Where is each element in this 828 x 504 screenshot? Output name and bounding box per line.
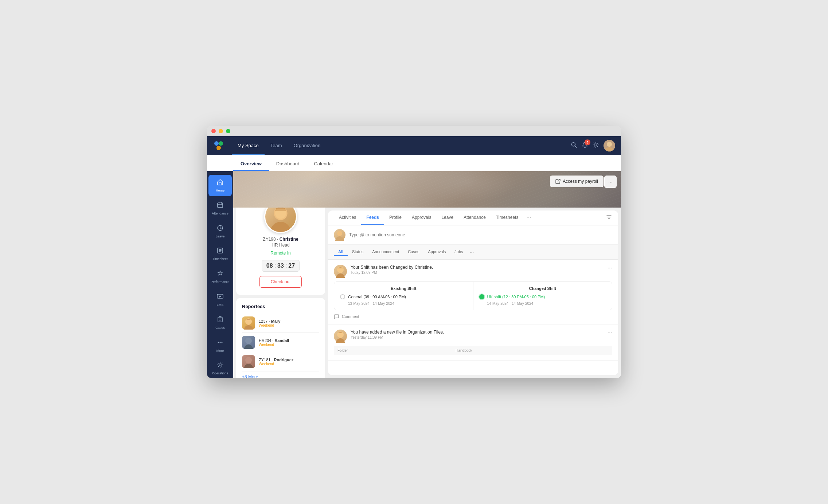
home-icon [216, 178, 224, 188]
svg-point-0 [214, 141, 219, 146]
existing-shift-option: General (09 : 00 AM-06 : 00 PM) [340, 294, 467, 299]
profile-title: HR Head [272, 243, 289, 248]
tab-attendance[interactable]: Attendance [458, 210, 491, 225]
sidebar-item-lms[interactable]: LMS [208, 289, 232, 311]
external-link-icon [555, 179, 561, 184]
sidebar-item-timesheet[interactable]: Timesheet [208, 243, 232, 265]
feed-tab-overflow[interactable]: ··· [523, 211, 534, 225]
filter-approvals[interactable]: Approvals [423, 248, 450, 256]
reportee-status: Weekend [259, 343, 289, 347]
comment-label: Comment [342, 314, 359, 319]
feed-item: You have added a new file in Organizatio… [328, 324, 618, 361]
filter-announcement[interactable]: Announcement [368, 248, 403, 256]
changed-shift-dates: 14-May-2024 - 14-May-2024 [487, 302, 606, 306]
file-table-folder-header: Folder [334, 346, 452, 355]
search-icon[interactable] [571, 142, 577, 150]
sidebar-item-leave[interactable]: Leave [208, 221, 232, 242]
close-dot[interactable] [211, 129, 216, 133]
more-icon [216, 339, 224, 348]
reportee-info: HR204 · Randall Weekend [259, 338, 289, 347]
tab-profile[interactable]: Profile [384, 210, 407, 225]
tab-timesheets[interactable]: Timesheets [491, 210, 524, 225]
sidebar-item-cases[interactable]: Cases [208, 312, 232, 334]
sidebar-label-operations: Operations [212, 371, 228, 375]
reportee-status: Weekend [259, 323, 280, 327]
tab-approvals[interactable]: Approvals [407, 210, 436, 225]
sidebar-item-attendance[interactable]: Attendance [208, 198, 232, 219]
file-table: Folder Handbook [334, 346, 612, 355]
tab-leave[interactable]: Leave [436, 210, 458, 225]
svg-point-31 [337, 231, 342, 236]
filter-status[interactable]: Status [348, 248, 368, 256]
changed-shift-radio [479, 294, 484, 299]
tab-activities[interactable]: Activities [334, 210, 361, 225]
mention-input-row [328, 225, 618, 245]
timer-minutes: 33 [277, 263, 284, 269]
sidebar-label-timesheet: Timesheet [212, 257, 228, 261]
tab-calendar[interactable]: Calendar [306, 161, 340, 171]
notification-icon[interactable]: 6 [582, 142, 588, 150]
feed-item-menu-icon[interactable]: ··· [608, 265, 612, 271]
filter-jobs[interactable]: Jobs [450, 248, 467, 256]
reportee-info: ZY181 · Rodriguez Weekend [259, 358, 293, 366]
reportee-name: 1237 · Mary [259, 319, 280, 323]
tab-feeds[interactable]: Feeds [361, 210, 384, 225]
svg-line-4 [575, 146, 577, 147]
svg-point-26 [245, 357, 252, 363]
user-avatar-top[interactable] [604, 140, 615, 151]
svg-point-16 [219, 364, 221, 366]
comment-row[interactable]: Comment [334, 314, 612, 319]
tab-overview[interactable]: Overview [233, 161, 269, 171]
svg-point-15 [222, 342, 223, 343]
nav-team[interactable]: Team [265, 136, 288, 155]
svg-rect-8 [218, 203, 223, 208]
nav-organization[interactable]: Organization [288, 136, 327, 155]
reportee-info: 1237 · Mary Weekend [259, 319, 280, 327]
svg-point-1 [219, 141, 223, 146]
svg-point-21 [244, 325, 253, 330]
maximize-dot[interactable] [226, 129, 230, 133]
svg-point-17 [270, 222, 291, 233]
minimize-dot[interactable] [219, 129, 223, 133]
filter-all[interactable]: All [334, 248, 348, 256]
sidebar-item-performance[interactable]: Performance [208, 266, 232, 288]
existing-shift-name: General (09 : 00 AM-06 : 00 PM) [348, 295, 406, 299]
feed-item: Your Shift has been Changed by Christine… [328, 260, 618, 324]
feed-item-header: You have added a new file in Organizatio… [334, 330, 612, 343]
filter-cases[interactable]: Cases [403, 248, 423, 256]
logo[interactable] [213, 140, 224, 151]
cases-icon [216, 316, 224, 325]
mention-input[interactable] [349, 232, 612, 237]
comment-icon [334, 314, 339, 319]
feed-item-title: Your Shift has been Changed by Christine… [351, 265, 604, 270]
top-nav-links: My Space Team Organization [232, 136, 571, 155]
more-reportees-link[interactable]: +8 More [242, 374, 319, 378]
sidebar-item-more[interactable]: More [208, 335, 232, 357]
title-bar [207, 126, 621, 136]
nav-my-space[interactable]: My Space [232, 136, 265, 155]
changed-shift-col: Changed Shift UK shift (12 : 30 PM-05 : … [473, 282, 612, 310]
notification-badge: 6 [585, 139, 590, 145]
svg-point-32 [336, 273, 345, 278]
tab-dashboard[interactable]: Dashboard [269, 161, 307, 171]
timer-hours: 08 [266, 263, 273, 269]
sidebar: Home Attendance Leave [207, 171, 233, 378]
reportees-card: Reportees 1237 · Mary We [236, 298, 325, 378]
payroll-button[interactable]: Access my payroll [550, 176, 604, 187]
feed-item-text: Your Shift has been Changed by Christine… [351, 265, 604, 275]
checkout-button[interactable]: Check-out [259, 276, 302, 288]
profile-card: ZY198 · Christine HR Head Remote In 08 :… [236, 208, 325, 295]
list-item: 1237 · Mary Weekend [242, 314, 319, 333]
more-options-hero-button[interactable]: ··· [604, 176, 617, 188]
changed-shift-option: UK shift (12 : 30 PM-05 : 00 PM) [479, 294, 606, 299]
list-item: ZY181 · Rodriguez Weekend [242, 352, 319, 371]
existing-shift-dates: 13-May-2024 - 14-May-2024 [348, 302, 467, 306]
sidebar-item-operations[interactable]: Operations [208, 358, 232, 378]
feed-item-menu-icon[interactable]: ··· [608, 330, 612, 336]
sidebar-item-home[interactable]: Home [208, 175, 232, 196]
filter-tab-overflow[interactable]: ··· [468, 248, 476, 256]
existing-shift-col: Existing Shift General (09 : 00 AM-06 : … [334, 282, 473, 310]
settings-icon[interactable] [593, 142, 599, 150]
feed-item-time: Yesterday 11:39 PM [351, 335, 604, 339]
feed-filter-icon[interactable] [606, 214, 612, 222]
